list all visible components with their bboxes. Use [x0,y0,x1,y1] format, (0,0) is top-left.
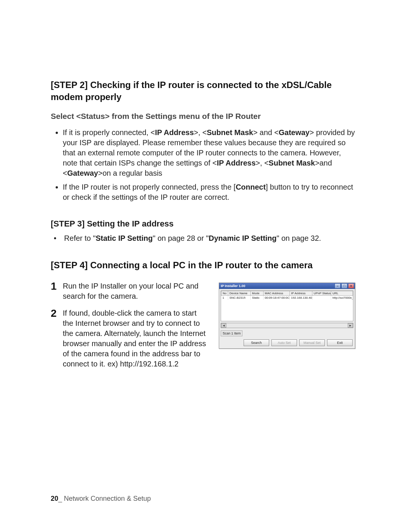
text: If the IP router is not properly connect… [63,183,236,191]
step3-heading: [STEP 3] Setting the IP address [51,219,355,229]
table-header-row: No Device Name Mode MAC Address IP Addre… [221,291,353,296]
cell-upnp [312,296,331,300]
footer-section: Network Connection & Setup [64,495,151,502]
autoset-button[interactable]: Auto Set [271,339,297,346]
installer-title: IP Installer 1.00 [221,284,245,288]
cell-mac: 00:09:18:47:00:0C [264,296,290,300]
page-footer: 20_ Network Connection & Setup [51,495,151,503]
text: Refer to " [64,234,96,242]
page-number: 20 [51,495,58,502]
link-static-ip-setting: Static IP Setting [95,234,153,242]
text: >on a regular basis [98,169,162,177]
cell-url: http://sci7000x_www.samsung.c [331,296,353,300]
col-ip[interactable]: IP Address [290,291,312,296]
exit-button[interactable]: Exit [327,339,353,346]
minimize-button[interactable]: – [335,283,341,289]
ip-installer-window: IP Installer 1.00 – □ × No Device Name M… [219,283,355,349]
term-connect: Connect [236,183,266,191]
step4-item-2: 2 If found, double-click the camera to s… [51,308,208,369]
step-number: 1 [51,281,58,301]
search-button[interactable]: Search [244,339,269,346]
col-url[interactable]: URL [331,291,353,296]
col-no[interactable]: No [221,291,228,296]
horizontal-scrollbar[interactable]: ◄ ► [221,323,353,328]
step2-bullet-1: If it is properly connected, <IP Address… [63,128,355,178]
footer-sep: _ [58,495,64,502]
cell-ip: 192.168.130.40 [290,296,312,300]
step2-bullet-2: If the IP router is not properly connect… [63,182,355,202]
col-upnp[interactable]: UPnP Status [312,291,331,296]
scan-status: Scan 1 Item [221,330,242,336]
text: " on page 32. [277,234,321,242]
term-subnet-mask-2: Subnet Mask [269,159,315,167]
device-list[interactable]: No Device Name Mode MAC Address IP Addre… [221,290,353,321]
text: > and < [253,128,279,137]
term-ip-address-2: IP Address [217,159,256,167]
step2-bullet-list: If it is properly connected, <IP Address… [52,128,355,202]
close-button[interactable]: × [348,283,354,289]
step4-item-1: 1 Run the IP Installer on your local PC … [51,281,208,301]
scroll-right-icon[interactable]: ► [348,323,353,328]
text: >, < [256,159,268,167]
text: If it is properly connected, < [63,128,155,137]
table-row[interactable]: 1 SNC-B2315 Static 00:09:18:47:00:0C 192… [221,296,353,300]
link-dynamic-ip-setting: Dynamic IP Setting [209,234,277,242]
maximize-button[interactable]: □ [341,283,347,289]
scroll-left-icon[interactable]: ◄ [221,323,226,328]
cell-device-name: SNC-B2315 [228,296,251,300]
text: >, < [194,128,207,137]
step-text: If found, double-click the camera to sta… [63,308,208,369]
term-gateway: Gateway [279,128,309,137]
col-device-name[interactable]: Device Name [228,291,251,296]
cell-no: 1 [221,296,228,300]
step-number: 2 [51,308,58,369]
term-ip-address: IP Address [155,128,194,137]
step3-ref: • Refer to "Static IP Setting" on page 2… [51,234,355,243]
text: " on page 28 or " [153,234,209,242]
col-mode[interactable]: Mode [251,291,264,296]
manualset-button[interactable]: Manual Set [299,339,325,346]
step-text: Run the IP Installer on your local PC an… [63,281,208,301]
step2-heading: [STEP 2] Checking if the IP router is co… [51,79,355,103]
installer-titlebar[interactable]: IP Installer 1.00 – □ × [219,283,355,289]
step4-heading: [STEP 4] Connecting a local PC in the IP… [51,259,355,271]
cell-mode: Static [251,296,264,300]
step2-instruction: Select <Status> from the Settings menu o… [51,112,355,121]
term-subnet-mask: Subnet Mask [207,128,253,137]
term-gateway-2: Gateway [67,169,98,177]
col-mac[interactable]: MAC Address [264,291,290,296]
